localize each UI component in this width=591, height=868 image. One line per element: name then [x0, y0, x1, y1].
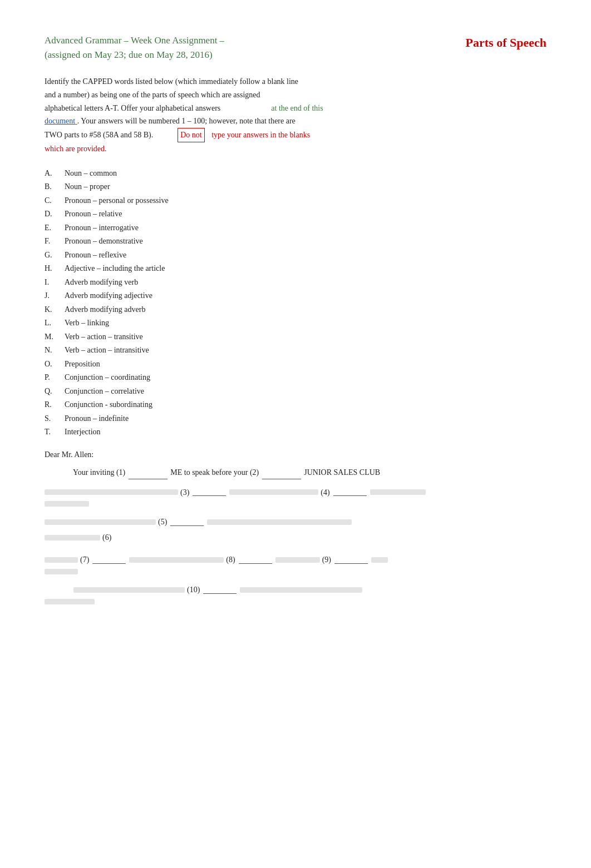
letter-para1-cap2: JUNIOR SALES CLUB: [304, 468, 380, 477]
list-letter-g: G.: [45, 249, 65, 262]
letter-paragraph-1: Your inviting (1) ME to speak before you…: [45, 466, 546, 479]
dear-text: Dear Mr. Allen:: [45, 450, 93, 459]
list-letter-c: C.: [45, 194, 65, 208]
blurred-line: (10): [45, 583, 546, 597]
blurred-line: [45, 569, 546, 574]
blurred-text: [371, 557, 388, 563]
blurred-text: [229, 489, 318, 495]
list-item: D. Pronoun – relative: [45, 207, 546, 221]
number-6: (6): [102, 531, 111, 544]
list-letter-m: M.: [45, 330, 65, 344]
blurred-line: (6): [45, 531, 546, 544]
intro-line3: alphabetical letters A-T. Offer your alp…: [45, 104, 220, 112]
list-item: H. Adjective – including the article: [45, 262, 546, 276]
blurred-text: [45, 489, 178, 495]
list-letter-j: J.: [45, 289, 65, 303]
do-not-box: Do not: [178, 128, 205, 142]
list-text-t: Interjection: [65, 425, 101, 439]
blurred-text: [275, 557, 320, 563]
page: Advanced Grammar – Week One Assignment –…: [0, 0, 591, 868]
number-5: (5): [158, 515, 167, 529]
list-text-b: Noun – proper: [65, 180, 110, 194]
parts-of-speech-list: A. Noun – common B. Noun – proper C. Pro…: [45, 167, 546, 439]
blurred-text: [45, 599, 95, 604]
list-text-e: Pronoun – interrogative: [65, 221, 139, 235]
number-3: (3): [180, 486, 189, 499]
list-text-l: Verb – linking: [65, 316, 109, 330]
header-row: Advanced Grammar – Week One Assignment –…: [45, 33, 546, 62]
header-right: Parts of Speech: [466, 33, 546, 50]
blank-4: [333, 488, 367, 496]
blurred-text: [45, 557, 78, 563]
list-letter-n: N.: [45, 344, 65, 358]
list-item: G. Pronoun – reflexive: [45, 249, 546, 262]
list-item: S. Pronoun – indefinite: [45, 412, 546, 426]
letter-para1-mid: to speak before your (2): [184, 468, 259, 477]
list-text-k: Adverb modifying adverb: [65, 303, 145, 317]
list-text-p: Conjunction – coordinating: [65, 371, 150, 385]
list-item: N. Verb – action – intransitive: [45, 344, 546, 358]
header-title-line2: (assigned on May 23; due on May 28, 2016…: [45, 48, 224, 62]
list-letter-q: Q.: [45, 385, 65, 399]
blurred-line: (5): [45, 515, 546, 529]
intro-link-document[interactable]: document: [45, 117, 77, 125]
blank-7: [92, 556, 126, 564]
list-text-n: Verb – action – intransitive: [65, 344, 149, 358]
number-7: (7): [80, 553, 89, 567]
list-letter-l: L.: [45, 316, 65, 330]
number-4: (4): [321, 486, 329, 499]
list-text-m: Verb – action – transitive: [65, 330, 143, 344]
blank-10: [203, 586, 237, 594]
blurred-text: [73, 587, 185, 593]
blurred-text: [45, 501, 89, 507]
blurred-line: (7) (8) (9): [45, 553, 546, 567]
list-item: J. Adverb modifying adjective: [45, 289, 546, 303]
list-item: M. Verb – action – transitive: [45, 330, 546, 344]
list-letter-b: B.: [45, 180, 65, 194]
list-item: O. Preposition: [45, 358, 546, 371]
list-text-a: Noun – common: [65, 167, 117, 181]
list-letter-k: K.: [45, 303, 65, 317]
intro-line6: type your answers in the blanks: [211, 131, 310, 139]
list-text-o: Preposition: [65, 358, 100, 371]
list-item: K. Adverb modifying adverb: [45, 303, 546, 317]
list-item: I. Adverb modifying verb: [45, 276, 546, 290]
number-8: (8): [226, 553, 235, 567]
list-item: Q. Conjunction – correlative: [45, 385, 546, 399]
blurred-section-2: (5) (6): [45, 515, 546, 544]
blank-2: [262, 472, 301, 479]
blurred-section-4: (10): [45, 583, 546, 604]
list-text-f: Pronoun – demonstrative: [65, 235, 143, 249]
list-item: E. Pronoun – interrogative: [45, 221, 546, 235]
list-letter-i: I.: [45, 276, 65, 290]
letter-para1-cap1: ME: [170, 468, 182, 477]
intro-line2: and a number) as being one of the parts …: [45, 91, 260, 99]
blurred-text: [370, 489, 426, 495]
blurred-text: [45, 519, 156, 525]
list-text-r: Conjunction - subordinating: [65, 398, 152, 412]
list-text-i: Adverb modifying verb: [65, 276, 138, 290]
number-10: (10): [187, 583, 200, 597]
list-text-s: Pronoun – indefinite: [65, 412, 129, 426]
blank-5: [170, 518, 204, 526]
intro-link-end-of-this[interactable]: at the end of this: [271, 104, 323, 112]
list-letter-s: S.: [45, 412, 65, 426]
list-item: T. Interjection: [45, 425, 546, 439]
header-title-line1: Advanced Grammar – Week One Assignment –: [45, 33, 224, 48]
list-item: B. Noun – proper: [45, 180, 546, 194]
list-item: R. Conjunction - subordinating: [45, 398, 546, 412]
list-item: P. Conjunction – coordinating: [45, 371, 546, 385]
blurred-text: [207, 519, 352, 525]
list-letter-a: A.: [45, 167, 65, 181]
blurred-line: [45, 501, 546, 507]
list-letter-e: E.: [45, 221, 65, 235]
list-text-g: Pronoun – reflexive: [65, 249, 126, 262]
list-text-h: Adjective – including the article: [65, 262, 165, 276]
number-9: (9): [322, 553, 331, 567]
list-item: A. Noun – common: [45, 167, 546, 181]
list-item: F. Pronoun – demonstrative: [45, 235, 546, 249]
blank-1: [129, 472, 168, 479]
blurred-line: (3) (4): [45, 486, 546, 499]
list-letter-p: P.: [45, 371, 65, 385]
intro-line4: . Your answers will be numbered 1 – 100;…: [77, 117, 296, 125]
